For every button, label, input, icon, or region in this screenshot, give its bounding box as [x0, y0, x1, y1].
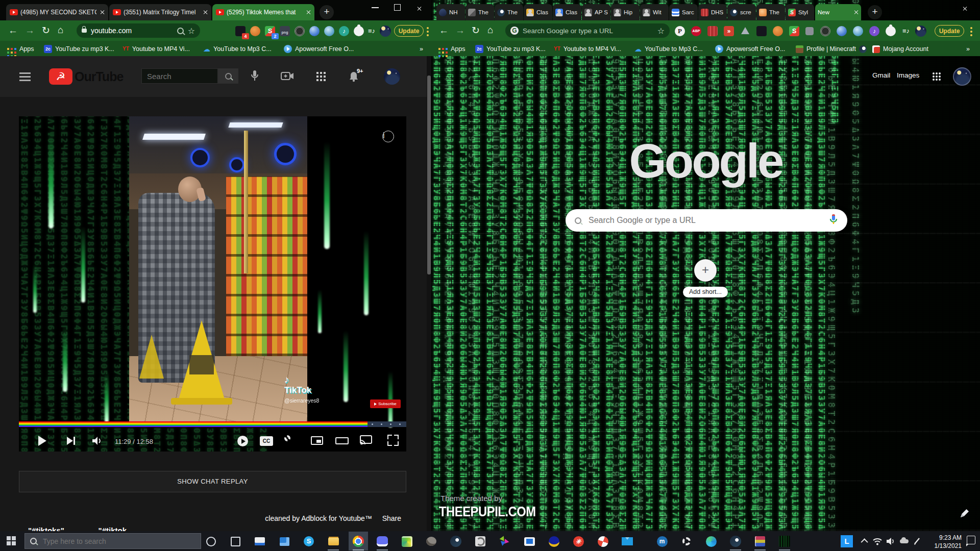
miniplayer-button[interactable] [311, 436, 323, 445]
tab-nh[interactable]: NH [436, 4, 465, 20]
address-bar[interactable]: youtube.com [77, 23, 200, 38]
add-shortcut-button[interactable]: + [694, 259, 717, 282]
music-note-extension-icon[interactable]: ♪ [869, 26, 879, 36]
headphones-app-icon[interactable] [547, 535, 560, 548]
theme-credit-site[interactable]: THEEPUPIL.COM [439, 504, 536, 520]
home-button[interactable]: ⌂ [487, 25, 493, 35]
taskbar-search-box[interactable] [24, 533, 201, 549]
show-chat-replay-button[interactable]: SHOW CHAT REPLAY [19, 471, 406, 492]
tray-chevron-up-icon[interactable] [859, 535, 872, 548]
new-tab-button[interactable]: + [868, 5, 882, 19]
hamburger-menu-icon[interactable] [19, 72, 31, 74]
mail-app-icon[interactable] [621, 535, 634, 548]
tab-close-icon[interactable] [203, 10, 208, 15]
browser-menu-icon[interactable] [970, 27, 972, 29]
bookmarks-overflow-chevron[interactable]: » [966, 43, 970, 55]
tab-the-1[interactable]: The [465, 4, 494, 20]
tiktok-video-frame[interactable] [129, 116, 307, 422]
zoom-icon[interactable] [177, 28, 184, 34]
bookmarks-overflow-chevron[interactable]: » [420, 43, 423, 55]
tab-classroom-2[interactable]: Clas [553, 4, 581, 20]
customize-pencil-icon[interactable] [960, 508, 970, 520]
puzzle-extension-icon[interactable] [886, 26, 896, 36]
youtube-search-field[interactable] [141, 68, 218, 84]
pen-icon[interactable] [911, 535, 924, 548]
cortana-icon[interactable] [204, 535, 217, 548]
bookmark-mojang-account[interactable]: Mojang Account [872, 43, 928, 55]
puzzle-extension-icon[interactable] [354, 26, 364, 36]
red-chevrons-extension-icon[interactable]: » [724, 26, 734, 36]
tab-scre[interactable]: scre [727, 4, 756, 20]
musescore-icon[interactable]: m [655, 535, 669, 548]
bookmark-star-icon[interactable] [657, 26, 665, 36]
orange-extension-icon[interactable] [250, 26, 260, 36]
bookmark-youtube-to-mp4[interactable]: YT Youtube to MP4 Vi... [554, 43, 621, 55]
adblock-youtube-extension-icon[interactable]: 4 [235, 26, 246, 36]
bookmark-youtube-zu-mp3[interactable]: 2c YouTube zu mp3 K... [475, 43, 546, 55]
ourtube-logo[interactable]: ☭ OurTube [49, 68, 123, 85]
youtube-search-button[interactable] [218, 68, 238, 84]
address-bar[interactable]: G Search Google or type a URL [505, 23, 670, 38]
bookmark-apps[interactable]: Apps [7, 43, 34, 55]
bookmark-youtube-zu-mp3[interactable]: 2c YouTube zu mp3 K... [44, 43, 114, 55]
volume-button[interactable] [91, 436, 103, 446]
browser-menu-icon[interactable] [427, 27, 429, 29]
theater-mode-button[interactable] [335, 437, 349, 444]
abp-extension-icon[interactable]: ABP [691, 26, 701, 36]
globe-badge-extension-icon[interactable] [853, 26, 863, 36]
ntp-search-bar[interactable] [566, 209, 847, 232]
matrix-image-viewer-icon[interactable] [778, 535, 791, 548]
playlist-extension-icon[interactable]: ≡♪ [366, 26, 377, 36]
playlist-extension-icon[interactable]: ≡♪ [901, 26, 911, 36]
steam-icon[interactable] [449, 535, 462, 548]
forward-button[interactable]: → [455, 26, 465, 35]
video-progress-bar[interactable] [19, 421, 406, 427]
tab-close-icon[interactable] [100, 10, 105, 15]
performance-monitor-icon[interactable] [253, 535, 266, 548]
red-book-extension-icon[interactable] [707, 26, 718, 36]
voice-search-icon[interactable] [829, 213, 838, 228]
images-link[interactable]: Images [897, 71, 919, 79]
profile-avatar[interactable] [915, 26, 926, 37]
taskbar-search-input[interactable] [42, 537, 195, 546]
steam-icon-2[interactable] [729, 535, 742, 548]
volume-icon[interactable] [884, 535, 897, 548]
bookmark-apowersoft[interactable]: Apowersoft Free O... [715, 43, 785, 55]
task-view-icon[interactable] [229, 535, 242, 548]
system-monitor-icon[interactable] [523, 535, 536, 548]
tab-sarc[interactable]: Sarc [669, 4, 698, 20]
tab-tiktok-memes-active[interactable]: (5295) Tiktok Memes that [212, 4, 314, 20]
play-button[interactable] [38, 436, 46, 446]
triangles-app-icon[interactable] [498, 535, 511, 548]
youtube-apps-grid-icon[interactable] [316, 72, 318, 74]
wifi-icon[interactable] [871, 535, 884, 548]
home-button[interactable]: ⌂ [58, 25, 63, 35]
tab-new-active[interactable]: New [815, 4, 861, 20]
fullscreen-button[interactable] [387, 435, 399, 446]
back-button[interactable]: ← [439, 26, 449, 35]
rings-extension-icon[interactable] [820, 26, 830, 36]
tab-the-3[interactable]: The [756, 4, 785, 20]
bookmark-minecraft-profile[interactable]: Profile | Minecraft [796, 43, 856, 55]
spiral-app-icon[interactable] [474, 535, 487, 548]
gimp-icon[interactable] [425, 535, 438, 548]
settings-gear-icon[interactable] [284, 435, 290, 441]
file-explorer-icon[interactable] [327, 535, 340, 548]
png-downloader-extension-icon[interactable]: png [280, 26, 290, 36]
chrome-icon[interactable] [352, 535, 365, 548]
gmail-link[interactable]: Gmail [872, 71, 890, 79]
tab-ap[interactable]: AP S [582, 4, 610, 20]
google-apps-grid-icon[interactable] [933, 72, 935, 74]
forward-button[interactable]: → [25, 26, 35, 35]
youtube-profile-avatar[interactable] [384, 68, 400, 85]
skype-icon[interactable]: S [302, 535, 315, 548]
drive-triangle-extension-icon[interactable] [740, 26, 750, 36]
start-button[interactable] [7, 536, 11, 540]
tab-close-icon[interactable] [853, 10, 859, 15]
fan-scissors-app-icon[interactable] [596, 535, 609, 548]
grey-extension-icon[interactable] [805, 27, 814, 35]
share-button[interactable]: Share [382, 514, 401, 522]
video-progress-remaining[interactable] [368, 421, 406, 427]
youtube-search-input[interactable] [146, 71, 213, 81]
video-player[interactable]: 7Ξ1ЯΛ3E8ΣB4Π6Φ2Ψ9Ω5ИЦ0ДЖЭЧA7Г3У8Б6ЬE2Ч4И… [19, 116, 406, 452]
